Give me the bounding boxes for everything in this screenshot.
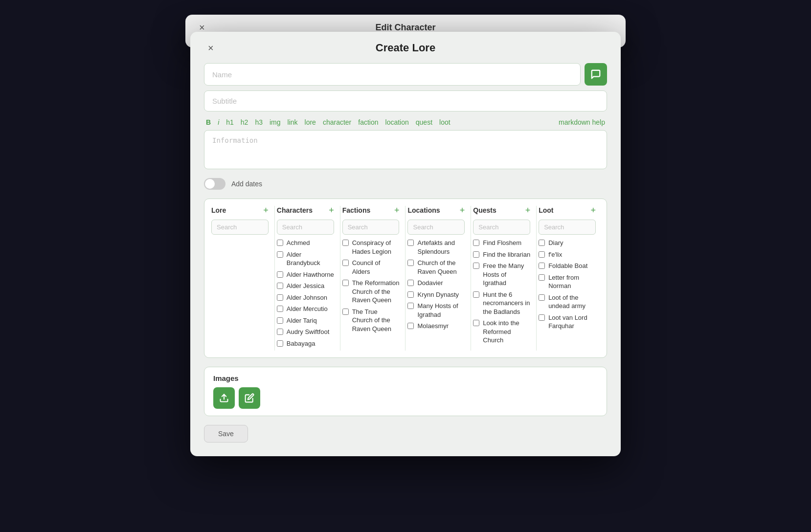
loot-undead-army-label[interactable]: Loot of the undead army (548, 293, 596, 310)
quest-find-librarian-label[interactable]: Find the librarian (483, 250, 530, 259)
char-achmed-checkbox[interactable] (277, 240, 283, 246)
loot-foldable-boat-checkbox[interactable] (539, 263, 545, 269)
loc-church-checkbox[interactable] (407, 260, 414, 266)
toolbar-lore[interactable]: lore (305, 118, 316, 126)
rel-loot-add-button[interactable]: + (590, 206, 596, 215)
loot-diary-label[interactable]: Diary (548, 239, 563, 247)
loot-letter-norman-checkbox[interactable] (539, 274, 545, 281)
loot-felix-checkbox[interactable] (539, 251, 545, 258)
char-alder-mercutio-label[interactable]: Alder Mercutio (287, 305, 328, 313)
char-alder-mercutio-checkbox[interactable] (277, 306, 283, 312)
faction-council-label[interactable]: Council of Alders (352, 259, 400, 276)
char-alder-tariq-label[interactable]: Alder Tariq (287, 316, 317, 325)
loot-diary-checkbox[interactable] (539, 240, 545, 246)
image-edit-button[interactable] (239, 387, 260, 409)
loc-many-hosts-label[interactable]: Many Hosts of Igrathad (417, 302, 465, 319)
information-textarea[interactable] (204, 130, 607, 169)
loc-artefakts-label[interactable]: Artefakts and Splendours (417, 239, 465, 256)
char-alder-brandybuck-label[interactable]: Alder Brandybuck (287, 250, 334, 267)
rel-locations-add-button[interactable]: + (460, 206, 465, 215)
inner-modal-title: Create Lore (376, 42, 435, 54)
toolbar-img[interactable]: img (270, 118, 281, 126)
quest-find-librarian-checkbox[interactable] (473, 251, 479, 258)
char-achmed-label[interactable]: Achmed (287, 239, 310, 247)
quest-look-into-church-label[interactable]: Look into the Reformed Church (483, 319, 530, 345)
rel-quests-add-button[interactable]: + (525, 206, 531, 215)
char-alder-hawthorne-checkbox[interactable] (277, 271, 283, 278)
name-icon-button[interactable] (585, 63, 607, 86)
char-babayaga-label[interactable]: Babayaga (287, 339, 315, 348)
char-audry-swiftfoot-checkbox[interactable] (277, 329, 283, 335)
toolbar-italic[interactable]: i (218, 118, 219, 126)
char-alder-tariq-checkbox[interactable] (277, 317, 283, 324)
rel-col-factions: Factions + Conspiracy of Hades Legion Co… (342, 206, 404, 351)
loc-dodavier-checkbox[interactable] (407, 280, 414, 286)
rel-quests-search[interactable] (473, 220, 530, 235)
toolbar-link[interactable]: link (288, 118, 298, 126)
loc-krynn-checkbox[interactable] (407, 291, 414, 298)
add-dates-toggle[interactable] (204, 178, 225, 190)
toolbar-h1[interactable]: h1 (226, 118, 234, 126)
toolbar-faction[interactable]: faction (358, 118, 378, 126)
loc-dodavier-label[interactable]: Dodavier (417, 279, 443, 288)
char-audry-swiftfoot-label[interactable]: Audry Swiftfoot (287, 328, 329, 336)
rel-characters-add-button[interactable]: + (329, 206, 334, 215)
quest-look-into-church-checkbox[interactable] (473, 320, 479, 326)
faction-reformation-checkbox[interactable] (342, 280, 349, 286)
loc-artefakts-checkbox[interactable] (407, 240, 414, 246)
loot-foldable-boat-label[interactable]: Foldable Boat (548, 262, 587, 270)
loc-many-hosts-checkbox[interactable] (407, 303, 414, 309)
quest-free-many-hosts-checkbox[interactable] (473, 263, 479, 269)
faction-true-church-label[interactable]: The True Church of the Raven Queen (352, 308, 400, 333)
quest-hunt-necromancers-checkbox[interactable] (473, 291, 479, 298)
quest-find-floshem-label[interactable]: Find Floshem (483, 239, 521, 247)
rel-loot-search[interactable] (539, 220, 596, 235)
loot-van-lord-farquhar-checkbox[interactable] (539, 314, 545, 321)
markdown-help-link[interactable]: markdown help (559, 118, 605, 126)
loc-molaesmyr-checkbox[interactable] (407, 323, 414, 329)
quest-free-many-hosts-label[interactable]: Free the Many Hosts of Igrathad (483, 262, 530, 288)
char-alder-jessica-checkbox[interactable] (277, 283, 283, 289)
char-alder-jessica-label[interactable]: Alder Jessica (287, 282, 324, 290)
loc-molaesmyr-label[interactable]: Molaesmyr (417, 322, 449, 331)
save-button[interactable]: Save (204, 425, 248, 443)
loc-krynn-label[interactable]: Krynn Dynasty (417, 290, 459, 299)
list-item: Alder Brandybuck (277, 250, 338, 267)
rel-factions-add-button[interactable]: + (394, 206, 400, 215)
faction-conspiracy-checkbox[interactable] (342, 240, 349, 246)
subtitle-input[interactable] (204, 90, 607, 111)
toolbar-location[interactable]: location (385, 118, 409, 126)
rel-lore-search[interactable] (211, 220, 269, 235)
char-alder-johnson-checkbox[interactable] (277, 294, 283, 301)
char-babayaga-checkbox[interactable] (277, 340, 283, 347)
name-input[interactable] (204, 63, 581, 86)
char-alder-johnson-label[interactable]: Alder Johnson (287, 293, 327, 302)
faction-reformation-label[interactable]: The Reformation Church of the Raven Quee… (352, 279, 400, 305)
loot-van-lord-farquhar-label[interactable]: Loot van Lord Farquhar (548, 313, 596, 331)
editor-toolbar: B i h1 h2 h3 img link lore character fac… (204, 118, 607, 126)
toolbar-h3[interactable]: h3 (255, 118, 263, 126)
faction-council-checkbox[interactable] (342, 260, 349, 266)
loot-felix-label[interactable]: f'e'lix (548, 250, 562, 259)
quest-find-floshem-checkbox[interactable] (473, 240, 479, 246)
toolbar-h2[interactable]: h2 (241, 118, 248, 126)
loot-letter-norman-label[interactable]: Letter from Norman (548, 273, 596, 290)
inner-modal-close-button[interactable]: × (204, 41, 218, 56)
faction-conspiracy-label[interactable]: Conspiracy of Hades Legion (352, 239, 400, 256)
toolbar-quest[interactable]: quest (416, 118, 432, 126)
toolbar-character[interactable]: character (323, 118, 351, 126)
loot-undead-army-checkbox[interactable] (539, 294, 545, 301)
rel-locations-search[interactable] (407, 220, 465, 235)
loc-church-label[interactable]: Church of the Raven Queen (417, 259, 465, 276)
quest-hunt-necromancers-label[interactable]: Hunt the 6 necromancers in the Badlands (483, 290, 530, 316)
char-alder-brandybuck-checkbox[interactable] (277, 251, 283, 258)
faction-true-church-checkbox[interactable] (342, 309, 349, 315)
toolbar-bold[interactable]: B (206, 118, 211, 126)
char-alder-hawthorne-label[interactable]: Alder Hawthorne (287, 270, 334, 279)
rel-factions-search[interactable] (342, 220, 400, 235)
toolbar-loot[interactable]: loot (439, 118, 451, 126)
rel-lore-add-button[interactable]: + (263, 206, 269, 215)
rel-characters-search[interactable] (277, 220, 334, 235)
image-upload-button[interactable] (213, 387, 235, 409)
list-item: Letter from Norman (539, 273, 600, 290)
